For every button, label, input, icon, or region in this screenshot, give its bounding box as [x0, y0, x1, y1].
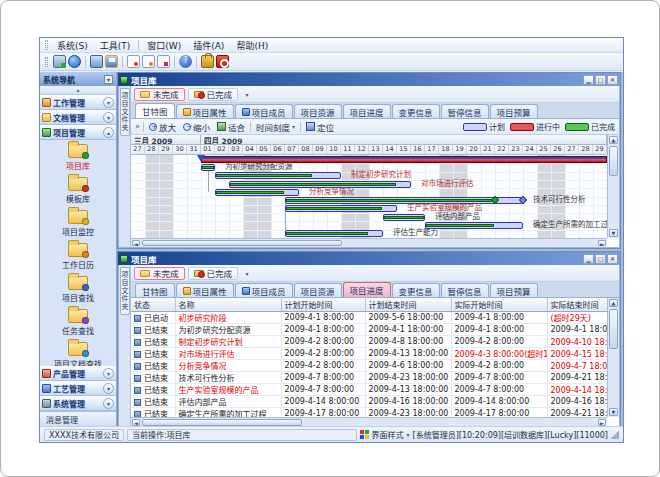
sidebar-group-project-management[interactable]: 项目管理▴	[40, 125, 116, 140]
scroll-right-icon[interactable]: ►	[598, 240, 606, 246]
sidebar-item-template-library[interactable]: 模板库	[40, 174, 116, 207]
tab-members[interactable]: 项目成员	[235, 283, 293, 297]
minimize-button[interactable]: ▁	[583, 75, 594, 85]
folder-tab-finished[interactable]: 已完成	[188, 88, 239, 101]
table-row[interactable]: 已结束制定初步研究计划2009-4-2 8:00:002009-4-8 18:0…	[131, 335, 607, 347]
tab-gantt[interactable]: 甘特图	[135, 103, 175, 118]
sidebar-item-project-search[interactable]: 项目查找	[40, 273, 116, 306]
zoom-out-button[interactable]: 缩小	[181, 121, 212, 133]
column-header-1[interactable]: 名称	[175, 298, 281, 311]
locate-button[interactable]: 定位	[304, 121, 336, 133]
menu-item-0[interactable]: 系统(S)	[51, 39, 94, 52]
time-scale-button[interactable]: 时间刻度▾	[254, 121, 297, 133]
gantt-vertical-scrollbar[interactable]: ▲ ▼	[607, 135, 619, 238]
toolbar-overflow-icon[interactable]: »	[135, 122, 140, 131]
scroll-thumb[interactable]	[142, 419, 302, 426]
sidebar-item-project-monitor[interactable]: 项目监控	[40, 207, 116, 240]
chevron-down-icon[interactable]: ▾	[407, 431, 410, 438]
table-row[interactable]: 已结束生产实验室规模的产品2009-4-7 8:00:002009-4-13 1…	[131, 383, 607, 395]
folder-tab-unfinished[interactable]: 未完成	[134, 267, 185, 280]
folder-tab-finished[interactable]: 已完成	[188, 267, 239, 280]
folder-open-icon[interactable]	[90, 55, 103, 68]
tab-properties[interactable]: 项目属性	[176, 104, 234, 118]
table-row[interactable]: 已结束分析竞争情况2009-4-2 8:00:002009-4-6 18:00:…	[131, 359, 607, 371]
chevron-down-icon[interactable]: ▾	[103, 398, 114, 409]
tab-budget[interactable]: 项目预算	[490, 104, 538, 118]
sidebar-item-work-calendar[interactable]: 工作日历	[40, 240, 116, 273]
column-header-5[interactable]: 实际结束时间	[547, 298, 607, 311]
gantt-horizontal-scrollbar[interactable]: ◄ ►	[131, 238, 607, 247]
sidebar-group-process-management[interactable]: 工艺管理▾	[40, 381, 116, 396]
fit-button[interactable]: 适合	[215, 121, 247, 133]
menu-item-1[interactable]: 工具(T)	[94, 39, 137, 52]
table-row[interactable]: 已启动初步研究阶段2009-4-1 8:00:002009-5-6 18:00:…	[131, 311, 607, 323]
column-header-0[interactable]: 状态	[131, 298, 175, 311]
sidebar-group-work-management[interactable]: 工作管理▾	[40, 95, 116, 110]
scroll-left-icon[interactable]: ◄	[132, 419, 140, 426]
ui-style-label[interactable]: 界面样式	[372, 429, 404, 440]
maximize-button[interactable]: □	[595, 254, 606, 264]
sidebar-menu-icon[interactable]: ▾	[104, 75, 113, 84]
chevron-down-icon[interactable]: ▾	[103, 112, 114, 123]
resize-grip[interactable]	[611, 431, 619, 439]
chevron-down-icon[interactable]: ▾	[103, 383, 114, 394]
table-row[interactable]: 已结束技术可行性分析2009-4-7 8:00:002009-4-23 18:0…	[131, 371, 607, 383]
globe-icon[interactable]	[68, 55, 81, 68]
gantt-body[interactable]: 为初步研究分配资源制定初步研究计划对市场进行评估分析竞争情况技术可行性分析生产实…	[131, 155, 607, 238]
chevron-down-icon[interactable]: ▾	[103, 368, 114, 379]
close-button[interactable]: ✕	[607, 75, 618, 85]
tab-resources[interactable]: 项目资源	[294, 104, 342, 118]
tab-progress[interactable]: 项目进度	[343, 104, 391, 118]
scroll-thumb[interactable]	[142, 240, 342, 246]
doc-check-icon[interactable]	[142, 55, 155, 68]
scroll-down-icon[interactable]: ▼	[609, 408, 618, 416]
sidebar-item-project-doc-search[interactable]: 项目文档查找	[40, 339, 116, 366]
table-row[interactable]: 已结束确定生产所需的加工过程2009-4-17 8:00:002009-4-23…	[131, 407, 607, 417]
save-icon[interactable]	[105, 55, 118, 68]
column-header-2[interactable]: 计划开始时间	[281, 298, 365, 311]
sidebar-tab-messages[interactable]: 消息管理	[40, 411, 116, 426]
tab-budget[interactable]: 项目预算	[490, 283, 538, 297]
scroll-up-icon[interactable]: ▲	[609, 136, 618, 144]
folder-tab-overflow-icon[interactable]: ▾	[241, 91, 253, 98]
monitor-icon[interactable]	[53, 55, 66, 68]
lock-icon[interactable]	[201, 55, 214, 68]
folder-tab-overflow-icon[interactable]: ▾	[241, 270, 253, 277]
tab-properties[interactable]: 项目属性	[176, 283, 234, 297]
column-header-4[interactable]: 实际开始时间	[451, 298, 547, 311]
menu-item-2[interactable]: 窗口(W)	[141, 39, 187, 52]
sidebar-group-system-management[interactable]: 系统管理▾	[40, 396, 116, 411]
scroll-left-icon[interactable]: ◄	[132, 240, 140, 246]
table-row[interactable]: 已结束评估内部产品2009-4-14 8:00:002009-4-16 18:0…	[131, 395, 607, 407]
tab-members[interactable]: 项目成员	[235, 104, 293, 118]
chevron-down-icon[interactable]: ▾	[103, 97, 114, 108]
tab-pauses[interactable]: 暂停信息	[441, 283, 489, 297]
zoom-in-button[interactable]: 放大	[147, 121, 178, 133]
menu-item-3[interactable]: 插件(A)	[187, 39, 230, 52]
sidebar-collapse-icon[interactable]: ▴	[40, 86, 116, 95]
sidebar-group-document-management[interactable]: 文档管理▾	[40, 110, 116, 125]
tab-pauses[interactable]: 暂停信息	[441, 104, 489, 118]
column-header-3[interactable]: 计划结束时间	[365, 298, 451, 311]
sidebar-item-task-search[interactable]: 任务查找	[40, 306, 116, 339]
tab-progress[interactable]: 项目进度	[343, 282, 391, 297]
project-folder-vertical-tab[interactable]: 项目文件夹	[120, 88, 130, 136]
tab-changes[interactable]: 变更信息	[392, 104, 440, 118]
window-titlebar[interactable]: 项目库 ▁ □ ✕	[118, 73, 620, 86]
scroll-down-icon[interactable]: ▼	[609, 229, 618, 237]
tab-resources[interactable]: 项目资源	[294, 283, 342, 297]
table-row[interactable]: 已结束为初步研究分配资源2009-4-1 8:00:002009-4-1 18:…	[131, 323, 607, 335]
help-icon[interactable]	[179, 55, 192, 68]
folder-tab-unfinished[interactable]: 未完成	[134, 88, 185, 101]
scroll-thumb[interactable]	[609, 146, 618, 176]
table-row[interactable]: 已结束对市场进行评估2009-4-2 8:00:002009-4-13 18:0…	[131, 347, 607, 359]
scroll-up-icon[interactable]: ▲	[609, 299, 618, 307]
minimize-button[interactable]: ▁	[583, 254, 594, 264]
tab-changes[interactable]: 变更信息	[392, 283, 440, 297]
window-titlebar[interactable]: 项目库 ▁ □ ✕	[118, 252, 620, 265]
scroll-right-icon[interactable]: ►	[598, 419, 606, 426]
project-folder-vertical-tab[interactable]: 项目文件夹	[120, 267, 130, 315]
sidebar-group-product-management[interactable]: 产品管理▾	[40, 366, 116, 381]
sidebar-item-project-library[interactable]: 项目库	[40, 141, 116, 174]
exit-icon[interactable]	[216, 55, 229, 68]
